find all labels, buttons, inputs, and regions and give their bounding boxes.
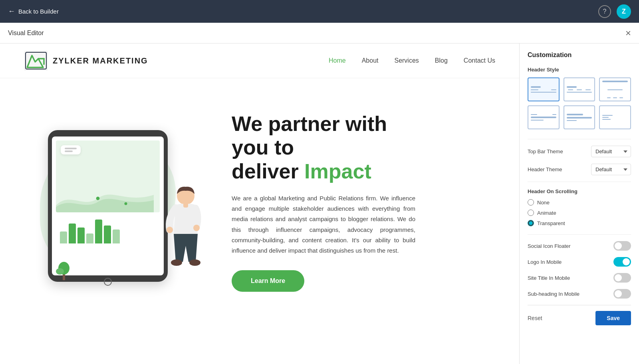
learn-more-button[interactable]: Learn More bbox=[232, 270, 304, 292]
radio-transparent-input[interactable] bbox=[528, 220, 534, 226]
svg-point-9 bbox=[193, 225, 200, 231]
hero-heading-line2: you to bbox=[232, 136, 294, 159]
hs-line bbox=[531, 117, 556, 118]
bar-5 bbox=[95, 220, 102, 243]
panel-footer: Reset Save bbox=[528, 305, 631, 325]
hs-col bbox=[602, 115, 612, 120]
nav-item-home[interactable]: Home bbox=[329, 57, 346, 64]
brand-name: ZYLKER MARKETING bbox=[53, 56, 148, 65]
divider-3 bbox=[528, 234, 631, 235]
toggle-slider-subheading bbox=[613, 289, 631, 299]
top-bar: ← Back to Builder ? Z bbox=[0, 0, 639, 23]
header-style-6[interactable] bbox=[599, 105, 631, 129]
hero-heading-line3: deliver bbox=[232, 160, 304, 183]
subheading-mobile-label: Sub-heading In Mobile bbox=[528, 291, 579, 297]
save-button[interactable]: Save bbox=[595, 311, 631, 325]
nav-link-home[interactable]: Home bbox=[329, 57, 346, 64]
nav-link-services[interactable]: Services bbox=[394, 57, 419, 64]
hero-heading: We partner with you to deliver Impact bbox=[232, 112, 495, 184]
hero-section: We partner with you to deliver Impact We… bbox=[0, 78, 519, 326]
header-style-2[interactable] bbox=[564, 77, 595, 101]
logo-icon bbox=[24, 51, 48, 71]
social-icon-floater-row: Social Icon Floater bbox=[528, 241, 631, 251]
nav-link-about[interactable]: About bbox=[362, 57, 379, 64]
tablet-screen-chart bbox=[56, 140, 160, 212]
hero-illustration bbox=[24, 122, 216, 282]
logo-area: ZYLKER MARKETING bbox=[24, 51, 148, 71]
bar-2 bbox=[69, 224, 76, 243]
header-style-5[interactable] bbox=[564, 105, 595, 129]
bar-3 bbox=[77, 228, 85, 243]
nav-item-services[interactable]: Services bbox=[394, 57, 419, 64]
hs-line bbox=[585, 89, 591, 90]
toggle-slider bbox=[613, 241, 631, 251]
hs-line bbox=[619, 97, 623, 98]
logo-in-mobile-label: Logo In Mobile bbox=[528, 259, 562, 265]
close-editor-button[interactable]: × bbox=[625, 28, 631, 38]
tablet-bar-chart bbox=[56, 216, 160, 243]
site-title-mobile-toggle[interactable] bbox=[613, 273, 631, 283]
back-to-builder-button[interactable]: ← Back to Builder bbox=[8, 7, 59, 16]
radio-none-input[interactable] bbox=[528, 199, 534, 206]
header-scrolling-radio-group: None Animate Transparent bbox=[528, 199, 631, 226]
back-label: Back to Builder bbox=[18, 8, 59, 15]
site-title-mobile-label: Site Title In Mobile bbox=[528, 275, 570, 281]
hs-line bbox=[602, 115, 612, 116]
radio-animate-label: Animate bbox=[537, 210, 556, 216]
close-icon: × bbox=[625, 28, 631, 38]
svg-point-6 bbox=[125, 202, 127, 205]
social-icon-floater-toggle[interactable] bbox=[613, 241, 631, 251]
social-icon-floater-label: Social Icon Floater bbox=[528, 243, 571, 249]
nav-link-blog[interactable]: Blog bbox=[435, 57, 448, 64]
header-styles-grid bbox=[528, 77, 631, 129]
back-arrow-icon: ← bbox=[8, 7, 15, 16]
help-button[interactable]: ? bbox=[598, 5, 611, 18]
hs-line bbox=[567, 86, 577, 88]
header-style-label: Header Style bbox=[528, 67, 631, 73]
hs-line bbox=[602, 117, 608, 118]
reset-button[interactable]: Reset bbox=[528, 315, 542, 321]
avatar-initial: Z bbox=[622, 8, 626, 15]
site-nav: Home About Services Blog Contact Us bbox=[329, 57, 495, 64]
hero-content: We partner with you to deliver Impact We… bbox=[216, 112, 495, 292]
nav-item-blog[interactable]: Blog bbox=[435, 57, 448, 64]
hs-line bbox=[531, 114, 537, 115]
avatar[interactable]: Z bbox=[617, 4, 631, 19]
panel-title: Customization bbox=[528, 51, 631, 59]
hs-line bbox=[602, 119, 610, 120]
nav-item-contact[interactable]: Contact Us bbox=[464, 57, 495, 64]
header-style-1[interactable] bbox=[528, 77, 560, 101]
subheading-mobile-toggle[interactable] bbox=[613, 289, 631, 299]
radio-transparent[interactable]: Transparent bbox=[528, 220, 631, 226]
top-bar-theme-row: Top Bar Theme Default bbox=[528, 146, 631, 157]
tablet-frame bbox=[48, 130, 168, 282]
bar-7 bbox=[113, 229, 120, 243]
logo-in-mobile-toggle[interactable] bbox=[613, 257, 631, 267]
header-theme-select[interactable]: Default bbox=[591, 164, 631, 175]
wave-chart bbox=[56, 184, 154, 212]
radio-none[interactable]: None bbox=[528, 199, 631, 206]
radio-transparent-label: Transparent bbox=[537, 220, 565, 226]
divider-1 bbox=[528, 139, 631, 139]
main-layout: ZYLKER MARKETING Home About Services Blo… bbox=[0, 44, 639, 364]
svg-rect-12 bbox=[183, 203, 188, 208]
header-style-4[interactable] bbox=[528, 105, 560, 129]
nav-link-contact[interactable]: Contact Us bbox=[464, 57, 495, 64]
hs-line bbox=[602, 81, 628, 82]
radio-animate[interactable]: Animate bbox=[528, 210, 631, 216]
radio-animate-input[interactable] bbox=[528, 210, 534, 216]
top-bar-theme-select[interactable]: Default bbox=[591, 146, 631, 157]
hs-line bbox=[567, 114, 583, 115]
hs-line bbox=[567, 92, 592, 93]
hs-line bbox=[607, 97, 611, 98]
plant-decoration bbox=[56, 260, 72, 282]
preview-area: ZYLKER MARKETING Home About Services Blo… bbox=[0, 44, 519, 364]
bar-1 bbox=[60, 231, 67, 243]
nav-item-about[interactable]: About bbox=[362, 57, 379, 64]
hs-line bbox=[568, 89, 573, 90]
logo-in-mobile-row: Logo In Mobile bbox=[528, 257, 631, 267]
site-header: ZYLKER MARKETING Home About Services Blo… bbox=[0, 44, 519, 78]
site-title-mobile-row: Site Title In Mobile bbox=[528, 273, 631, 283]
header-style-3[interactable] bbox=[599, 77, 631, 101]
hs-line bbox=[613, 97, 617, 98]
